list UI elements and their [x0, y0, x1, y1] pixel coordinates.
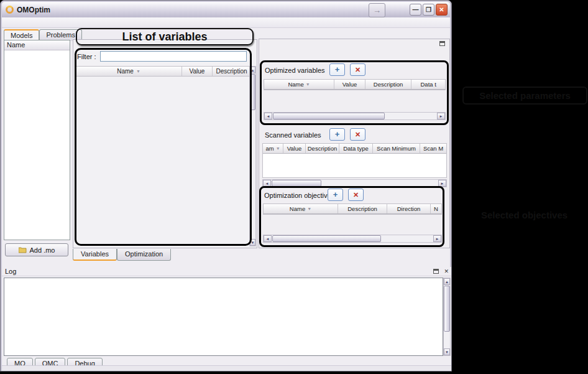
scroll-up-icon[interactable]: ▲: [250, 67, 255, 73]
col-header-datatype[interactable]: Data type: [339, 144, 373, 153]
folder-icon: [19, 246, 27, 253]
col-header-description[interactable]: Description: [338, 204, 387, 213]
window-title: OMOptim: [17, 6, 50, 14]
model-tree: [4, 50, 70, 52]
maximize-button[interactable]: ❐: [423, 4, 434, 16]
sort-arrow-icon: ▼: [306, 81, 310, 88]
col-header-description[interactable]: Description: [213, 67, 250, 76]
scroll-up-icon[interactable]: ▲: [444, 278, 450, 285]
menu-bar: [2, 17, 450, 28]
variables-table: Name▼ Value Description: [75, 66, 251, 77]
scroll-thumb[interactable]: [272, 235, 381, 242]
optimized-add-button[interactable]: +: [329, 63, 345, 76]
scanned-add-button[interactable]: +: [329, 128, 345, 141]
tab-optimization[interactable]: Optimization: [117, 249, 171, 261]
scanned-remove-button[interactable]: ✕: [350, 128, 365, 141]
scroll-down-icon[interactable]: ▼: [250, 239, 255, 246]
scroll-left-icon[interactable]: ◄: [263, 180, 271, 187]
col-header-scan-maximum[interactable]: Scan M: [420, 144, 446, 153]
optimized-variables-title: Optimized variables: [265, 67, 325, 74]
col-header-datatype[interactable]: Data t: [411, 80, 445, 89]
float-panel-icon[interactable]: [439, 41, 445, 46]
omoptim-window: OMOptim → — ❐ ✕ Models Problems Name Add…: [0, 0, 452, 372]
selected-objectives-label: Selected objectives: [461, 205, 587, 225]
float-log-icon[interactable]: [433, 269, 439, 274]
tab-variables[interactable]: Variables: [73, 249, 117, 261]
log-title: Log: [5, 268, 16, 275]
col-header-name[interactable]: Name▼: [76, 67, 182, 76]
scroll-left-icon[interactable]: ◄: [264, 113, 272, 119]
scroll-thumb[interactable]: [444, 286, 450, 332]
scroll-right-icon[interactable]: ►: [438, 180, 446, 187]
col-header-value[interactable]: Value: [182, 67, 213, 76]
selected-parameters-label: Selected parameters: [462, 86, 587, 105]
forward-arrow-icon[interactable]: →: [369, 3, 385, 17]
close-log-icon[interactable]: ✕: [444, 268, 449, 274]
col-header-value[interactable]: Value: [283, 144, 306, 153]
center-bottom-tabs: Variables Optimization: [73, 249, 171, 261]
scanned-variables-title: Scanned variables: [265, 131, 321, 139]
scroll-right-icon[interactable]: ►: [437, 113, 445, 119]
variables-tab-page: Filter : Name▼ Value Description ▲ ▼: [73, 39, 257, 248]
objectives-add-button[interactable]: +: [328, 189, 343, 201]
scanned-variables-table: am▼ Value Description Data type Scan Min…: [262, 143, 447, 178]
optimized-variables-table: Name▼ Value Description Data t: [264, 79, 446, 90]
minimize-button[interactable]: —: [410, 4, 421, 16]
filter-input[interactable]: [100, 51, 247, 62]
objectives-remove-button[interactable]: ✕: [348, 189, 364, 201]
status-strip: [2, 365, 451, 371]
optimized-h-scrollbar[interactable]: ◄ ►: [264, 112, 446, 120]
title-bar[interactable]: OMOptim → — ❐ ✕: [2, 2, 450, 17]
optimization-objectives-title: Optimization objectives: [264, 192, 334, 199]
scroll-down-icon[interactable]: ▼: [444, 348, 450, 355]
scroll-left-icon[interactable]: ◄: [264, 235, 272, 242]
col-header-description[interactable]: Description: [365, 80, 411, 89]
scanned-h-scrollbar[interactable]: ◄ ►: [262, 179, 447, 187]
scroll-thumb[interactable]: [273, 113, 385, 119]
optimization-objectives-table: Name▼ Description Direction N: [263, 203, 442, 215]
col-header-description[interactable]: Description: [306, 144, 339, 153]
log-vertical-scrollbar[interactable]: ▲ ▼: [443, 278, 451, 356]
list-of-variables-callout: List of variables: [76, 28, 254, 45]
log-text-area[interactable]: [4, 278, 443, 356]
close-button[interactable]: ✕: [436, 4, 448, 16]
list-of-variables-highlight: [75, 48, 252, 246]
tree-name-header[interactable]: Name: [4, 40, 70, 50]
col-header-scan-minimum[interactable]: Scan Minimum: [373, 144, 420, 153]
variables-vertical-scrollbar[interactable]: ▲ ▼: [249, 66, 256, 246]
scroll-right-icon[interactable]: ►: [433, 235, 441, 242]
sort-arrow-icon: ▼: [307, 205, 311, 212]
optimized-remove-button[interactable]: ✕: [350, 63, 365, 76]
col-header-n[interactable]: N: [431, 204, 441, 213]
add-mo-button[interactable]: Add .mo: [5, 243, 68, 256]
scroll-thumb[interactable]: [272, 180, 321, 187]
col-header-value[interactable]: Value: [334, 80, 365, 89]
col-header-name[interactable]: Name▼: [264, 204, 338, 213]
sort-arrow-icon: ▼: [136, 68, 140, 75]
callout-connector: [163, 45, 165, 50]
model-tree-panel: Name: [4, 40, 70, 240]
scroll-thumb[interactable]: [250, 74, 255, 110]
log-panel: Log ✕ ▲ ▼ MO OMC Debug: [2, 267, 451, 365]
filter-label: Filter :: [77, 53, 96, 60]
omoptim-app-icon: [6, 6, 14, 14]
col-header-name[interactable]: am▼: [263, 144, 283, 153]
col-header-name[interactable]: Name▼: [264, 80, 334, 89]
col-header-direction[interactable]: Direction: [387, 204, 431, 213]
objectives-h-scrollbar[interactable]: ◄ ►: [263, 235, 442, 243]
problem-panel: Optimized variables + ✕ Name▼ Value Desc…: [259, 39, 450, 248]
sort-arrow-icon: ▼: [276, 145, 280, 152]
